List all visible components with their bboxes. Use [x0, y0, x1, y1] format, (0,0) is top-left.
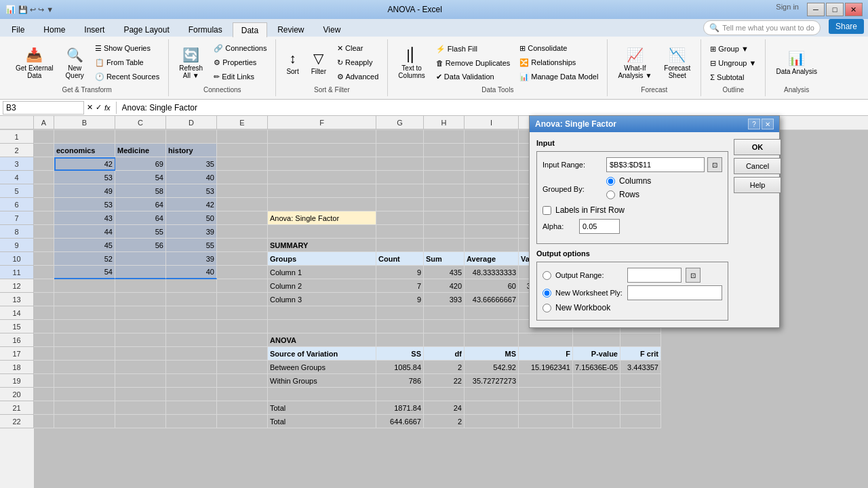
output-range-radio[interactable] [542, 271, 551, 280]
connections-button[interactable]: 🔗 Connections [210, 42, 270, 55]
refresh-all-button[interactable]: 🔄 RefreshAll ▼ [174, 45, 208, 81]
row-17[interactable]: 17 [0, 347, 34, 361]
filter-button[interactable]: ▽ Filter [307, 48, 331, 77]
col-header-e[interactable]: E [217, 116, 268, 129]
tab-view[interactable]: View [315, 22, 350, 37]
ok-button[interactable]: OK [734, 139, 781, 155]
share-button[interactable]: Share [829, 19, 864, 34]
tab-home[interactable]: Home [35, 22, 74, 37]
relationships-button[interactable]: 🔀 Relationships [516, 56, 601, 69]
from-table-button[interactable]: 📋 From Table [92, 56, 163, 69]
cell-b1[interactable] [54, 130, 115, 144]
row-7[interactable]: 7 [0, 211, 34, 225]
output-range-field[interactable] [627, 268, 682, 283]
cell-i1[interactable] [465, 130, 519, 144]
col-header-c[interactable]: C [115, 116, 166, 129]
cell-b3[interactable]: 42 [54, 157, 115, 171]
get-external-data-button[interactable]: 📥 Get ExternalData [11, 45, 58, 81]
cell-c3[interactable]: 69 [115, 157, 166, 171]
consolidate-button[interactable]: ⊞ Consolidate [516, 42, 601, 55]
maximize-button[interactable]: □ [826, 3, 844, 16]
row-16[interactable]: 16 [0, 333, 34, 347]
row-18[interactable]: 18 [0, 361, 34, 374]
row-15[interactable]: 15 [0, 320, 34, 333]
tab-insert[interactable]: Insert [75, 22, 113, 37]
cell-e2[interactable] [217, 144, 268, 157]
rows-radio[interactable] [606, 190, 615, 199]
output-range-collapse-btn[interactable]: ⊡ [686, 268, 701, 283]
tab-page-layout[interactable]: Page Layout [115, 22, 178, 37]
new-query-button[interactable]: 🔍 NewQuery [61, 45, 89, 81]
row-8[interactable]: 8 [0, 225, 34, 239]
close-button[interactable]: ✕ [845, 3, 863, 16]
tab-formulas[interactable]: Formulas [180, 22, 231, 37]
row-1[interactable]: 1 [0, 130, 34, 144]
cell-h1[interactable] [424, 130, 465, 144]
row-2[interactable]: 2 [0, 144, 34, 157]
dialog-help-icon-btn[interactable]: ? [748, 119, 760, 129]
cell-d2[interactable]: history [166, 144, 217, 157]
forecast-sheet-button[interactable]: 📉 ForecastSheet [659, 45, 695, 81]
cell-i2[interactable] [465, 144, 519, 157]
cell-f9[interactable]: SUMMARY [268, 239, 376, 252]
cell-b2[interactable]: economics [54, 144, 115, 157]
edit-links-button[interactable]: ✏ Edit Links [210, 70, 270, 83]
sort-button[interactable]: ↕ Sort [281, 49, 303, 77]
cell-g2[interactable] [376, 144, 424, 157]
remove-duplicates-button[interactable]: 🗑 Remove Duplicates [433, 57, 513, 69]
row-4[interactable]: 4 [0, 171, 34, 184]
input-range-field[interactable] [606, 157, 705, 172]
cell-d1[interactable] [166, 130, 217, 144]
row-10[interactable]: 10 [0, 252, 34, 266]
cell-g1[interactable] [376, 130, 424, 144]
help-button[interactable]: Help [734, 177, 781, 193]
cell-c2[interactable]: Medicine [115, 144, 166, 157]
tab-data[interactable]: Data [233, 22, 267, 37]
data-analysis-button[interactable]: 📊 Data Analysis [771, 48, 822, 77]
row-20[interactable]: 20 [0, 388, 34, 401]
cell-d3[interactable]: 35 [166, 157, 217, 171]
cancel-formula-button[interactable]: ✕ [87, 103, 93, 112]
input-range-collapse-btn[interactable]: ⊡ [707, 157, 722, 172]
recent-sources-button[interactable]: 🕐 Recent Sources [92, 70, 163, 83]
labels-checkbox[interactable] [542, 206, 551, 215]
cell-e1[interactable] [217, 130, 268, 144]
function-icon[interactable]: fx [104, 104, 111, 112]
tab-review[interactable]: Review [269, 22, 313, 37]
col-header-h[interactable]: H [424, 116, 465, 129]
row-12[interactable]: 12 [0, 279, 34, 293]
cell-a1[interactable] [34, 130, 54, 144]
cell-f1[interactable] [268, 130, 376, 144]
name-box[interactable] [3, 101, 84, 115]
formula-input[interactable] [122, 103, 865, 113]
properties-button[interactable]: ⚙ Properties [210, 56, 270, 69]
col-header-b[interactable]: B [54, 116, 115, 129]
worksheet-name-field[interactable] [627, 285, 722, 300]
row-3[interactable]: 3 [0, 157, 34, 171]
reapply-button[interactable]: ↻ Reapply [334, 56, 382, 69]
confirm-formula-button[interactable]: ✓ [96, 103, 102, 112]
col-header-d[interactable]: D [166, 116, 217, 129]
cell-h2[interactable] [424, 144, 465, 157]
row-11[interactable]: 11 [0, 266, 34, 279]
row-14[interactable]: 14 [0, 306, 34, 320]
new-workbook-radio[interactable] [542, 304, 551, 312]
row-21[interactable]: 21 [0, 401, 34, 415]
cell-f2[interactable] [268, 144, 376, 157]
columns-radio[interactable] [606, 177, 615, 186]
alpha-field[interactable] [579, 219, 620, 234]
cell-f7[interactable]: Anova: Single Factor [268, 211, 376, 225]
row-5[interactable]: 5 [0, 184, 34, 198]
advanced-button[interactable]: ⚙ Advanced [334, 70, 382, 83]
subtotal-button[interactable]: Σ Subtotal [707, 71, 760, 83]
row-6[interactable]: 6 [0, 198, 34, 211]
tell-me-bar[interactable]: 🔍 Tell me what you want to do [703, 20, 821, 35]
new-worksheet-radio[interactable] [542, 289, 551, 298]
cancel-button[interactable]: Cancel [734, 158, 781, 174]
col-header-f[interactable]: F [268, 116, 376, 129]
flash-fill-button[interactable]: ⚡ Flash Fill [433, 43, 513, 56]
dialog-close-icon-btn[interactable]: ✕ [762, 119, 774, 129]
text-to-columns-button[interactable]: |⎢ Text toColumns [393, 45, 429, 81]
manage-data-model-button[interactable]: 📊 Manage Data Model [516, 70, 601, 83]
row-13[interactable]: 13 [0, 293, 34, 306]
